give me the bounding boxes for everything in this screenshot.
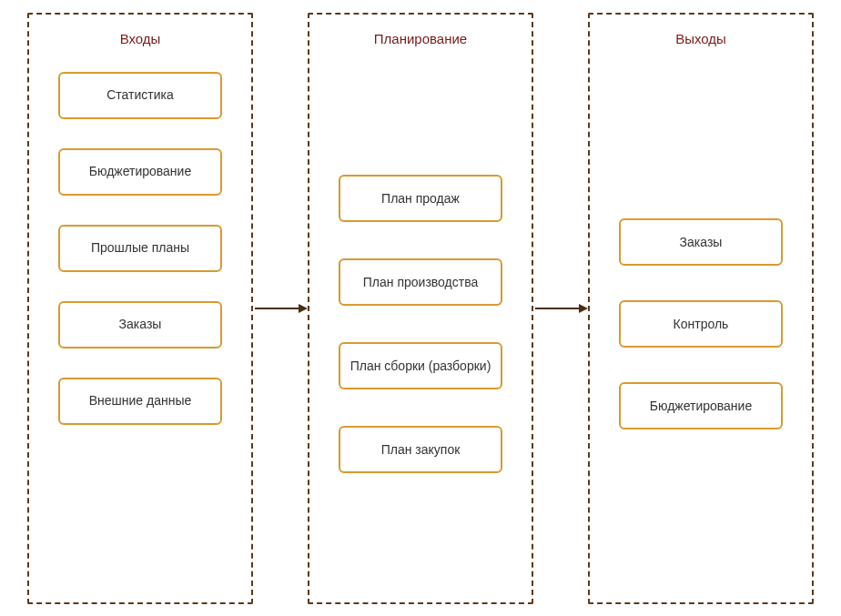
svg-marker-1 — [299, 304, 308, 313]
outputs-items: Заказы Контроль Бюджетирование — [612, 72, 790, 577]
node-assembly-plan: План сборки (разборки) — [339, 342, 502, 389]
node-control: Контроль — [619, 300, 783, 348]
arrow-right-icon — [533, 299, 588, 318]
node-statistics: Статистика — [58, 72, 222, 119]
node-orders-out: Заказы — [619, 218, 783, 266]
column-inputs: Входы Статистика Бюджетирование Прошлые … — [27, 13, 253, 604]
column-title-inputs: Входы — [120, 31, 161, 46]
column-title-outputs: Выходы — [675, 31, 726, 46]
node-sales-plan: План продаж — [339, 175, 502, 222]
planning-diagram: Входы Статистика Бюджетирование Прошлые … — [0, 0, 841, 616]
column-title-planning: Планирование — [374, 31, 467, 46]
arrow-inputs-to-planning — [253, 299, 308, 318]
node-budgeting-in: Бюджетирование — [58, 148, 222, 196]
node-budgeting-out: Бюджетирование — [619, 382, 783, 429]
node-procurement-plan: План закупок — [339, 426, 502, 473]
arrow-planning-to-outputs — [533, 299, 588, 318]
svg-marker-3 — [579, 304, 588, 313]
node-production-plan: План производства — [339, 258, 502, 306]
column-planning: Планирование План продаж План производст… — [308, 13, 533, 604]
inputs-items: Статистика Бюджетирование Прошлые планы … — [51, 72, 229, 577]
node-orders-in: Заказы — [58, 301, 222, 348]
arrow-right-icon — [253, 299, 308, 318]
node-past-plans: Прошлые планы — [58, 225, 222, 272]
column-outputs: Выходы Заказы Контроль Бюджетирование — [588, 13, 814, 604]
planning-items: План продаж План производства План сборк… — [331, 72, 510, 577]
node-external-data: Внешние данные — [58, 378, 222, 425]
